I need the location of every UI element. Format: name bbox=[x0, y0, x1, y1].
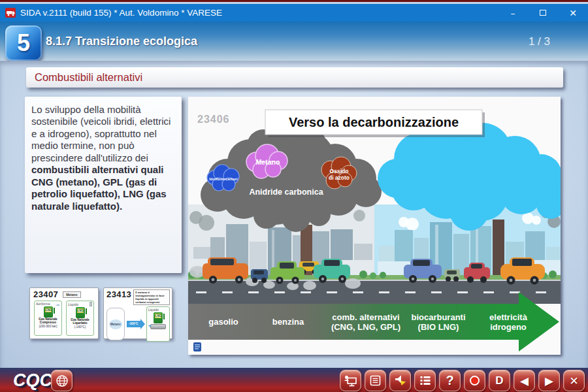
next-button[interactable]: ▶ bbox=[538, 370, 560, 391]
snowflake-icon: ❄ bbox=[148, 323, 152, 328]
close-button[interactable]: ✕ bbox=[558, 4, 588, 22]
thumbnail-id: 23413 bbox=[106, 289, 131, 299]
lesson-text: Lo sviluppo della mobilità sostenibile (… bbox=[31, 104, 171, 163]
lng-pump-tag: LNG bbox=[77, 308, 84, 313]
svg-text:di azoto: di azoto bbox=[329, 174, 350, 181]
cloud-icon: ☁ bbox=[56, 302, 60, 306]
language-globe-button[interactable] bbox=[51, 370, 73, 391]
lesson-image[interactable]: gasolio benzina comb. alternativi (CNG, … bbox=[188, 97, 561, 355]
thumbnail-id: 23407 bbox=[33, 289, 58, 299]
arrow-label-biocarburanti: biocarburanti bbox=[411, 312, 465, 322]
window-title: SIDA v.2111 (build 155) * Aut. Voldomino… bbox=[20, 8, 222, 18]
speaker-icon bbox=[394, 374, 407, 387]
lng-pump-icon: LNG bbox=[76, 307, 85, 318]
cylinder-icon bbox=[90, 302, 92, 306]
lng-panel: Liquido LNG Gas Naturale Liquefatto (-16… bbox=[66, 301, 94, 336]
arrow-right-icon: ▶ bbox=[545, 374, 553, 387]
thumbnail-caption: Il metano è immagazzinato in fase liquid… bbox=[133, 289, 170, 305]
sida-window: SIDA v.2111 (build 155) * Aut. Voldomino… bbox=[0, 0, 588, 392]
svg-text:(BIO LNG): (BIO LNG) bbox=[418, 322, 459, 332]
lng-pump-icon: LNG bbox=[154, 312, 163, 323]
maximize-icon bbox=[540, 10, 546, 16]
lesson-text-panel: Lo sviluppo della mobilità sostenibile (… bbox=[25, 97, 182, 273]
exit-button[interactable]: ✕ bbox=[563, 370, 585, 391]
svg-text:(CNG, LNG, GPL): (CNG, LNG, GPL) bbox=[331, 322, 400, 332]
label-idrofluorocarburi: Idrofluorocarburi bbox=[209, 177, 238, 181]
maximize-button[interactable] bbox=[528, 4, 558, 22]
lesson-header: 5 8.1.7 Transizione ecologica 1 / 3 bbox=[0, 22, 588, 61]
image-title-box: Verso la decarbonizzazione bbox=[265, 110, 485, 137]
thumbnail-23407[interactable]: 23407 Metano Aeriforme☁ CNG Gas Naturale… bbox=[29, 287, 99, 339]
cng-pump-icon: CNG bbox=[44, 306, 53, 318]
thumbnail-badge: Metano bbox=[63, 291, 81, 298]
city-illustration bbox=[188, 204, 561, 304]
previous-button[interactable]: ◀ bbox=[514, 370, 535, 391]
svg-text:idrogeno: idrogeno bbox=[490, 322, 527, 332]
image-logo bbox=[193, 342, 201, 351]
record-icon bbox=[470, 376, 480, 385]
label-anidride-carbonica: Anidride carbonica bbox=[249, 188, 323, 197]
minimize-button[interactable]: – bbox=[498, 4, 528, 22]
methane-cloud: Metano bbox=[109, 319, 122, 329]
cooling-arrow: -160°C bbox=[127, 321, 140, 327]
screen-share-button[interactable] bbox=[340, 370, 361, 391]
document-icon bbox=[370, 375, 381, 386]
content-area: Combustibili alternativi Lo sviluppo del… bbox=[0, 61, 588, 368]
bottom-toolbar: CQC bbox=[0, 368, 588, 392]
methane-box: Metano bbox=[106, 308, 125, 340]
screen-person-icon bbox=[344, 375, 358, 387]
label-ossido-di-azoto: Ossido bbox=[330, 168, 349, 174]
liquid-label: Liquido bbox=[148, 308, 159, 312]
image-title: Verso la decarbonizzazione bbox=[289, 115, 459, 129]
arrow-left-icon: ◀ bbox=[520, 374, 529, 387]
cqc-logo: CQC bbox=[13, 370, 52, 391]
globe-icon bbox=[56, 374, 69, 387]
chapter-number: 5 bbox=[17, 29, 30, 57]
index-button[interactable] bbox=[414, 370, 436, 391]
question-icon: ? bbox=[446, 373, 453, 388]
lesson-text-bold: combustibili alternativi quali CNG (meta… bbox=[31, 164, 167, 211]
close-x-icon: ✕ bbox=[569, 374, 578, 387]
section-title: Combustibili alternativi bbox=[35, 71, 142, 83]
audio-button[interactable] bbox=[389, 370, 411, 391]
page-indicator: 1 / 3 bbox=[529, 35, 550, 48]
record-button[interactable] bbox=[464, 370, 485, 391]
cryo-tank-icon bbox=[150, 324, 166, 329]
thumbnail-23413[interactable]: 23413 Il metano è immagazzinato in fase … bbox=[103, 287, 172, 339]
arrow-label-benzina: benzina bbox=[272, 317, 304, 327]
arrow-label-elettricita: elettricità bbox=[489, 312, 528, 322]
cng-panel: Aeriforme☁ CNG Gas Naturale Compresso (2… bbox=[34, 301, 62, 336]
app-icon bbox=[5, 8, 16, 18]
chapter-number-tile: 5 bbox=[5, 25, 42, 61]
list-icon bbox=[419, 375, 431, 386]
cng-label: Aeriforme bbox=[36, 302, 50, 306]
dictionary-button[interactable]: D bbox=[489, 370, 510, 391]
arrow-label-gasolio: gasolio bbox=[208, 317, 238, 327]
image-id: 23406 bbox=[197, 114, 230, 125]
lesson-title: 8.1.7 Transizione ecologica bbox=[46, 35, 197, 48]
section-title-bar: Combustibili alternativi bbox=[26, 67, 563, 88]
cng-pump-tag: CNG bbox=[45, 308, 52, 312]
title-bar: SIDA v.2111 (build 155) * Aut. Voldomino… bbox=[0, 4, 588, 22]
arrow-label-comb-alternativi: comb. alternativi bbox=[332, 312, 399, 322]
help-button[interactable]: ? bbox=[439, 370, 461, 391]
liquid-panel: Liquido LNG ❄ bbox=[146, 306, 170, 342]
lng-label: Liquido bbox=[68, 302, 78, 306]
label-metano: Metano bbox=[256, 158, 280, 166]
notes-button[interactable] bbox=[365, 370, 386, 391]
letter-d-icon: D bbox=[495, 374, 503, 387]
